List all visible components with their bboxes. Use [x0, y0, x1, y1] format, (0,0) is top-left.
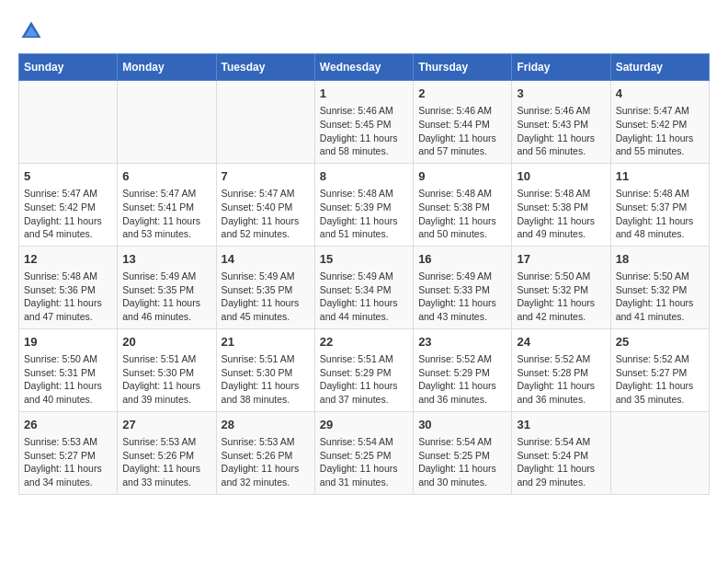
day-number: 16	[418, 251, 506, 268]
day-number: 27	[122, 417, 210, 433]
day-number: 21	[222, 334, 310, 350]
day-info: Sunrise: 5:51 AM Sunset: 5:30 PM Dayligh…	[122, 352, 210, 407]
calendar-cell: 4Sunrise: 5:47 AM Sunset: 5:42 PM Daylig…	[610, 81, 709, 164]
calendar-week-row: 19Sunrise: 5:50 AM Sunset: 5:31 PM Dayli…	[19, 328, 710, 411]
day-number: 15	[320, 251, 408, 268]
day-info: Sunrise: 5:50 AM Sunset: 5:32 PM Dayligh…	[616, 270, 704, 324]
day-info: Sunrise: 5:46 AM Sunset: 5:43 PM Dayligh…	[517, 104, 605, 158]
calendar-cell: 11Sunrise: 5:48 AM Sunset: 5:37 PM Dayli…	[610, 163, 709, 246]
day-number: 8	[320, 168, 408, 185]
calendar-cell	[216, 81, 314, 164]
day-info: Sunrise: 5:53 AM Sunset: 5:27 PM Dayligh…	[24, 435, 112, 489]
day-info: Sunrise: 5:46 AM Sunset: 5:45 PM Dayligh…	[320, 104, 408, 158]
calendar-week-row: 12Sunrise: 5:48 AM Sunset: 5:36 PM Dayli…	[19, 246, 710, 328]
day-info: Sunrise: 5:48 AM Sunset: 5:37 PM Dayligh…	[616, 187, 704, 241]
calendar-cell: 25Sunrise: 5:52 AM Sunset: 5:27 PM Dayli…	[610, 328, 709, 411]
day-number: 1	[320, 86, 408, 102]
calendar-cell: 27Sunrise: 5:53 AM Sunset: 5:26 PM Dayli…	[118, 411, 216, 494]
day-info: Sunrise: 5:49 AM Sunset: 5:35 PM Dayligh…	[222, 270, 310, 324]
logo	[18, 18, 48, 44]
day-number: 26	[24, 417, 112, 433]
day-number: 14	[222, 251, 310, 268]
calendar-cell: 18Sunrise: 5:50 AM Sunset: 5:32 PM Dayli…	[610, 246, 709, 328]
day-info: Sunrise: 5:48 AM Sunset: 5:38 PM Dayligh…	[517, 187, 605, 241]
day-number: 24	[517, 334, 605, 350]
day-number: 12	[24, 251, 112, 268]
calendar-cell: 3Sunrise: 5:46 AM Sunset: 5:43 PM Daylig…	[512, 81, 610, 164]
day-info: Sunrise: 5:54 AM Sunset: 5:24 PM Dayligh…	[517, 435, 605, 489]
day-header-monday: Monday	[118, 54, 216, 81]
calendar-cell: 31Sunrise: 5:54 AM Sunset: 5:24 PM Dayli…	[512, 411, 610, 494]
day-number: 31	[517, 417, 605, 433]
day-header-saturday: Saturday	[610, 54, 709, 81]
calendar-week-row: 26Sunrise: 5:53 AM Sunset: 5:27 PM Dayli…	[19, 411, 710, 494]
calendar-cell: 5Sunrise: 5:47 AM Sunset: 5:42 PM Daylig…	[19, 163, 118, 246]
day-info: Sunrise: 5:51 AM Sunset: 5:30 PM Dayligh…	[222, 352, 310, 407]
day-info: Sunrise: 5:48 AM Sunset: 5:39 PM Dayligh…	[320, 187, 408, 241]
day-header-sunday: Sunday	[19, 54, 118, 81]
calendar-cell	[610, 411, 709, 494]
calendar-cell: 9Sunrise: 5:48 AM Sunset: 5:38 PM Daylig…	[414, 163, 512, 246]
day-number: 5	[24, 168, 112, 185]
day-info: Sunrise: 5:54 AM Sunset: 5:25 PM Dayligh…	[418, 435, 506, 489]
day-number: 10	[517, 168, 605, 185]
calendar-cell: 20Sunrise: 5:51 AM Sunset: 5:30 PM Dayli…	[118, 328, 216, 411]
day-number: 25	[616, 334, 704, 350]
day-info: Sunrise: 5:49 AM Sunset: 5:34 PM Dayligh…	[320, 270, 408, 324]
calendar-cell: 15Sunrise: 5:49 AM Sunset: 5:34 PM Dayli…	[314, 246, 413, 328]
calendar-cell: 28Sunrise: 5:53 AM Sunset: 5:26 PM Dayli…	[216, 411, 314, 494]
calendar-cell: 22Sunrise: 5:51 AM Sunset: 5:29 PM Dayli…	[314, 328, 413, 411]
calendar-cell: 21Sunrise: 5:51 AM Sunset: 5:30 PM Dayli…	[216, 328, 314, 411]
calendar-week-row: 1Sunrise: 5:46 AM Sunset: 5:45 PM Daylig…	[19, 81, 710, 164]
day-info: Sunrise: 5:49 AM Sunset: 5:33 PM Dayligh…	[418, 270, 506, 324]
day-info: Sunrise: 5:52 AM Sunset: 5:27 PM Dayligh…	[616, 352, 704, 407]
calendar-week-row: 5Sunrise: 5:47 AM Sunset: 5:42 PM Daylig…	[19, 163, 710, 246]
day-info: Sunrise: 5:52 AM Sunset: 5:29 PM Dayligh…	[418, 352, 506, 407]
calendar-cell: 12Sunrise: 5:48 AM Sunset: 5:36 PM Dayli…	[19, 246, 118, 328]
day-info: Sunrise: 5:52 AM Sunset: 5:28 PM Dayligh…	[517, 352, 605, 407]
calendar-table: SundayMondayTuesdayWednesdayThursdayFrid…	[18, 53, 710, 495]
day-info: Sunrise: 5:49 AM Sunset: 5:35 PM Dayligh…	[122, 270, 210, 324]
calendar-cell: 2Sunrise: 5:46 AM Sunset: 5:44 PM Daylig…	[414, 81, 512, 164]
calendar-header-row: SundayMondayTuesdayWednesdayThursdayFrid…	[19, 54, 710, 81]
day-info: Sunrise: 5:50 AM Sunset: 5:31 PM Dayligh…	[24, 352, 112, 407]
day-number: 4	[616, 86, 704, 102]
day-header-tuesday: Tuesday	[216, 54, 314, 81]
day-info: Sunrise: 5:46 AM Sunset: 5:44 PM Dayligh…	[418, 104, 506, 158]
calendar-cell	[118, 81, 216, 164]
day-header-thursday: Thursday	[414, 54, 512, 81]
calendar-cell: 19Sunrise: 5:50 AM Sunset: 5:31 PM Dayli…	[19, 328, 118, 411]
day-info: Sunrise: 5:47 AM Sunset: 5:42 PM Dayligh…	[24, 187, 112, 241]
calendar-cell: 29Sunrise: 5:54 AM Sunset: 5:25 PM Dayli…	[314, 411, 413, 494]
page-header	[18, 18, 710, 44]
day-number: 17	[517, 251, 605, 268]
calendar-cell	[19, 81, 118, 164]
day-info: Sunrise: 5:53 AM Sunset: 5:26 PM Dayligh…	[122, 435, 210, 489]
day-number: 23	[418, 334, 506, 350]
day-info: Sunrise: 5:50 AM Sunset: 5:32 PM Dayligh…	[517, 270, 605, 324]
day-number: 7	[222, 168, 310, 185]
calendar-cell: 6Sunrise: 5:47 AM Sunset: 5:41 PM Daylig…	[118, 163, 216, 246]
calendar-cell: 17Sunrise: 5:50 AM Sunset: 5:32 PM Dayli…	[512, 246, 610, 328]
day-number: 29	[320, 417, 408, 433]
day-header-friday: Friday	[512, 54, 610, 81]
day-number: 13	[122, 251, 210, 268]
day-info: Sunrise: 5:48 AM Sunset: 5:36 PM Dayligh…	[24, 270, 112, 324]
calendar-cell: 30Sunrise: 5:54 AM Sunset: 5:25 PM Dayli…	[414, 411, 512, 494]
calendar-cell: 26Sunrise: 5:53 AM Sunset: 5:27 PM Dayli…	[19, 411, 118, 494]
day-info: Sunrise: 5:53 AM Sunset: 5:26 PM Dayligh…	[222, 435, 310, 489]
day-info: Sunrise: 5:47 AM Sunset: 5:42 PM Dayligh…	[616, 104, 704, 158]
calendar-cell: 23Sunrise: 5:52 AM Sunset: 5:29 PM Dayli…	[414, 328, 512, 411]
day-number: 2	[418, 86, 506, 102]
calendar-cell: 7Sunrise: 5:47 AM Sunset: 5:40 PM Daylig…	[216, 163, 314, 246]
calendar-cell: 13Sunrise: 5:49 AM Sunset: 5:35 PM Dayli…	[118, 246, 216, 328]
day-number: 9	[418, 168, 506, 185]
day-number: 19	[24, 334, 112, 350]
calendar-cell: 1Sunrise: 5:46 AM Sunset: 5:45 PM Daylig…	[314, 81, 413, 164]
day-info: Sunrise: 5:47 AM Sunset: 5:40 PM Dayligh…	[222, 187, 310, 241]
day-info: Sunrise: 5:47 AM Sunset: 5:41 PM Dayligh…	[122, 187, 210, 241]
day-info: Sunrise: 5:51 AM Sunset: 5:29 PM Dayligh…	[320, 352, 408, 407]
day-number: 20	[122, 334, 210, 350]
day-info: Sunrise: 5:54 AM Sunset: 5:25 PM Dayligh…	[320, 435, 408, 489]
day-number: 28	[222, 417, 310, 433]
